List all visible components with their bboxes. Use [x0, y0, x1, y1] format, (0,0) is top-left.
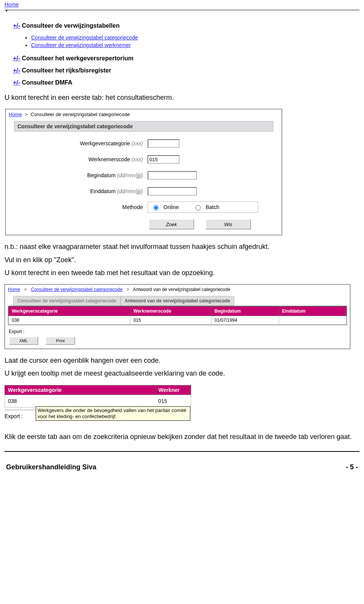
- paragraph-4: U komt terecht in een tweede tab met het…: [5, 268, 359, 277]
- td4-c1: 038: [5, 395, 155, 407]
- paragraph-3: Vul in en klik op "Zoek".: [5, 255, 359, 264]
- bc-current: Consulteer de verwijzingstabel categorie…: [31, 112, 130, 117]
- input-begindatum[interactable]: [147, 171, 197, 179]
- input-werkgeverscategorie[interactable]: [147, 139, 179, 148]
- footer-title: Gebruikershandleiding Siva: [6, 463, 96, 471]
- nav-row-2: +/- Consulteer het werkgeversrepertorium: [13, 55, 359, 62]
- th-werkgeverscategorie: Werkgeverscategorie: [9, 307, 130, 316]
- panel-title: Consulteer de verwijzingstabel categorie…: [14, 121, 273, 132]
- radio-group-methode: Online Batch: [147, 201, 258, 213]
- toggle-link-4[interactable]: +/-: [13, 79, 20, 86]
- wis-button[interactable]: Wis: [206, 219, 251, 230]
- bc3-sep1: >: [23, 287, 28, 292]
- nav-heading-4: Consulteer DMFA: [22, 79, 72, 86]
- nav-sublink-categoriecode[interactable]: Consulteer de verwijzingstabel categorie…: [31, 35, 138, 41]
- toggle-link-1[interactable]: +/-: [13, 22, 20, 29]
- nav-row-1: +/- Consulteer de verwijzingstabellen: [13, 22, 359, 29]
- radio-online[interactable]: Online: [152, 204, 179, 210]
- screenshot-result: Home > Consulteer de verwijzingstabel ca…: [5, 284, 350, 349]
- radio-batch-input[interactable]: [196, 205, 201, 211]
- td4-c2: 015: [155, 395, 191, 407]
- nav-row-3: +/- Consulteer het rijks/bisregister: [13, 67, 359, 74]
- th-einddatum: Einddatum: [279, 307, 346, 316]
- screenshot-tooltip: Werkgeverscategorie Werkner 038 015 Expo…: [5, 385, 191, 419]
- zoek-button[interactable]: Zoek: [149, 219, 194, 230]
- th-werknemerscode: Werknemerscode: [130, 307, 211, 316]
- breadcrumb-form: Home > Consulteer de verwijzingstabel ca…: [6, 109, 282, 120]
- th4-werkgeverscategorie: Werkgeverscategorie: [5, 385, 155, 395]
- cell-c4: [279, 316, 346, 325]
- cell-c3: 01/07/1994: [211, 316, 279, 325]
- nav-heading-3: Consulteer het rijks/bisregister: [22, 67, 111, 74]
- table-row: 038 015 01/07/1994: [9, 316, 347, 325]
- radio-online-label: Online: [163, 204, 179, 210]
- result-table: Werkgeverscategorie Werknemerscode Begin…: [8, 306, 347, 325]
- nav-sublist: Consulteer de verwijzingstabel categorie…: [31, 35, 359, 48]
- radio-online-input[interactable]: [153, 205, 158, 211]
- bc-sep: >: [25, 112, 28, 117]
- th4-werkner-clip: Werkner: [155, 385, 191, 395]
- paragraph-6: U krijgt een tooltip met de meest geactu…: [5, 369, 359, 378]
- paragraph-7: Klik de eerste tab aan om de zoekcriteri…: [5, 432, 359, 441]
- bc3-link2[interactable]: Consulteer de verwijzingstabel categorie…: [31, 287, 122, 292]
- toggle-link-3[interactable]: +/-: [13, 67, 20, 74]
- radio-batch-label: Batch: [206, 204, 219, 210]
- toggle-link-2[interactable]: +/-: [13, 55, 20, 61]
- tooltip: Werkgevers die onder de bevoegdheid vall…: [36, 406, 190, 421]
- paragraph-2: n.b.: naast elke vraagparameter staat he…: [5, 242, 359, 251]
- label-begindatum: Begindatum (dd/mm/jjjj): [14, 172, 147, 178]
- label-werknemerscode: Werknemerscode (xxx): [14, 156, 147, 162]
- input-einddatum[interactable]: [147, 187, 197, 195]
- print-button[interactable]: Print: [46, 337, 75, 345]
- nav-heading-1: Consulteer de verwijzingstabellen: [22, 22, 120, 29]
- breadcrumb-result: Home > Consulteer de verwijzingstabel ca…: [5, 285, 350, 294]
- tab-antwoord[interactable]: Antwoord van de verwijzingstabel categor…: [121, 296, 234, 306]
- bc3-current: Antwoord van de verwijzingstabel categor…: [133, 287, 231, 292]
- th-begindatum: Begindatum: [211, 307, 279, 316]
- radio-batch[interactable]: Batch: [194, 204, 219, 210]
- corner-icon: [6, 10, 7, 11]
- bc3-sep2: >: [125, 287, 130, 292]
- home-link-top[interactable]: Home: [5, 2, 19, 8]
- nav-sublink-werknemer[interactable]: Consulteer de verwijzingstabel werknemer: [31, 42, 131, 48]
- input-werknemerscode[interactable]: [147, 155, 179, 164]
- cell-c2: 015: [130, 316, 211, 325]
- paragraph-5: Laat de cursor een ogenblik hangen over …: [5, 356, 359, 365]
- screenshot-form: Home > Consulteer de verwijzingstabel ca…: [5, 109, 282, 235]
- xml-button[interactable]: XML: [9, 337, 38, 345]
- footer-rule: [5, 451, 359, 452]
- bc-home[interactable]: Home: [9, 112, 22, 117]
- footer-page: - 5 -: [346, 463, 358, 471]
- paragraph-1: U komt terecht in een eerste tab: het co…: [5, 93, 359, 102]
- label-einddatum: Einddatum (dd/mm/jjjj): [14, 188, 147, 194]
- label-methode: Methode: [14, 204, 147, 210]
- tab-consulteer[interactable]: Consulteer de verwijzingstabel categorie…: [13, 296, 121, 306]
- cell-c1: 038: [9, 316, 130, 325]
- export-label: Export :: [9, 329, 346, 334]
- label-werkgeverscategorie: Werkgeverscategorie (xxx): [14, 140, 147, 146]
- nav-heading-2: Consulteer het werkgeversrepertorium: [22, 55, 133, 61]
- nav-row-4: +/- Consulteer DMFA: [13, 79, 359, 86]
- bc3-home[interactable]: Home: [8, 287, 20, 292]
